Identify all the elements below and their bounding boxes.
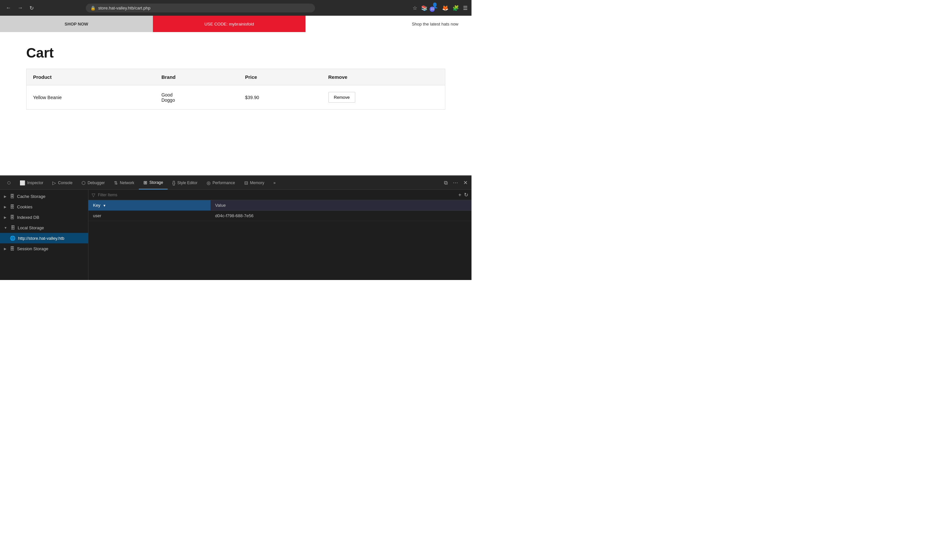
session-storage-icon: 🗄 [10,246,14,251]
cart-title: Cart [26,45,445,61]
sort-icon: ▼ [103,204,106,208]
banner-center: USE CODE: mybrainisfold [153,16,306,32]
col-product: Product [26,69,155,85]
tab-console[interactable]: ▷ Console [48,176,77,189]
console-label: Console [58,180,73,185]
browser-chrome: ← → ↻ 🔒 store.hat-valley.htb/cart.php ☆ … [0,0,471,16]
col-key[interactable]: Key ▼ [88,200,210,211]
indexed-db-label: Indexed DB [17,215,39,220]
col-price: Price [239,69,322,85]
indexed-db-arrow: ▶ [4,215,6,219]
storage-table-header: Key ▼ Value [88,200,471,211]
debugger-label: Debugger [87,180,105,185]
banner-right-text: Shop the latest hats now [412,22,458,26]
devtools: ⬡ ⬜ Inspector ▷ Console ⬡ Debugger ⇅ Net… [0,175,471,280]
devtools-sidebar: ▶ 🗄 Cache Storage ▶ 🗄 Cookies ▶ 🗄 Indexe… [0,190,88,280]
tab-memory[interactable]: ⊟ Memory [240,176,269,189]
page-content: SHOP NOW USE CODE: mybrainisfold Shop th… [0,16,471,175]
memory-label: Memory [250,180,264,185]
col-value[interactable]: Value [210,200,471,211]
cart-remove-cell: Remove [322,85,445,109]
cart-price: $39.90 [239,85,322,109]
globe-icon: 🌐 [10,235,15,241]
local-storage-arrow: ▼ [4,226,7,230]
sidebar-item-local-storage-url[interactable]: 🌐 http://store.hat-valley.htb [0,233,88,243]
cache-storage-arrow: ▶ [4,195,6,198]
star-icon[interactable]: ☆ [412,5,417,11]
refresh-storage-button[interactable]: ↻ [464,192,468,198]
refresh-button[interactable]: ↻ [28,4,36,12]
banner-right: Shop the latest hats now [306,16,471,32]
add-entry-button[interactable]: + [458,192,461,198]
col-brand: Brand [155,69,239,85]
performance-label: Performance [213,180,235,185]
dock-button[interactable]: ⧉ [443,178,449,187]
session-storage-arrow: ▶ [4,247,6,251]
local-storage-icon: 🗄 [11,225,15,230]
tab-inspector[interactable]: ⬜ Inspector [15,176,48,189]
performance-icon: ◎ [207,180,210,185]
tab-style-editor[interactable]: {} Style Editor [168,176,202,189]
key-col-label: Key [93,203,100,208]
local-storage-url-label: http://store.hat-valley.htb [18,236,64,241]
banner-left-text: SHOP NOW [65,22,88,26]
debugger-icon: ⬡ [82,180,85,185]
filter-input[interactable] [98,193,456,197]
storage-key-cell: user [88,211,210,221]
devtools-controls: ⧉ ⋯ ✕ [443,178,469,187]
storage-icon: ⊞ [144,180,147,185]
tab-devtools-icon[interactable]: ⬡ [3,176,15,189]
storage-value-cell: d04c-f798-688-7e56 [210,211,471,221]
cookies-icon: 🗄 [10,204,14,209]
storage-row: user d04c-f798-688-7e56 [88,211,471,221]
back-button[interactable]: ← [4,4,13,12]
banner-left: SHOP NOW [0,16,153,32]
cart-row: Yellow Beanie GoodDoggo $39.90 Remove [26,85,445,109]
tab-storage[interactable]: ⊞ Storage [139,176,168,189]
cart-brand: GoodDoggo [155,85,239,109]
notification-badge: 10 [430,6,435,12]
cookies-label: Cookies [17,205,32,209]
remove-button[interactable]: Remove [329,92,355,103]
cookies-arrow: ▶ [4,205,6,209]
menu-button[interactable]: ☰ [463,5,468,11]
sidebar-item-local-storage[interactable]: ▼ 🗄 Local Storage [0,222,88,233]
devtools-main: ▽ + ↻ Key ▼ [88,190,471,280]
more-icon: » [273,180,276,185]
sidebar-item-cookies[interactable]: ▶ 🗄 Cookies [0,202,88,212]
network-icon: ⇅ [114,180,118,185]
avatar-icon[interactable]: 🦊 [442,5,449,11]
filter-bar: ▽ + ↻ [88,190,471,200]
filter-actions: + ↻ [458,192,468,198]
top-banner: SHOP NOW USE CODE: mybrainisfold Shop th… [0,16,471,32]
tab-debugger[interactable]: ⬡ Debugger [77,176,110,189]
tab-more[interactable]: » [269,176,280,189]
site-main: Cart Product Brand Price Remove Yellow B… [0,32,471,175]
forward-button[interactable]: → [16,4,25,12]
sidebar-item-indexed-db[interactable]: ▶ 🗄 Indexed DB [0,212,88,222]
style-editor-icon: {} [172,180,175,185]
storage-table-container: Key ▼ Value user d04c-f798-688-7e56 [88,200,471,280]
inspector-label: Inspector [27,180,43,185]
cart-table-header: Product Brand Price Remove [26,69,445,85]
memory-icon: ⊟ [244,180,248,185]
bookmark-icon[interactable]: 📚 [421,5,428,11]
tab-performance[interactable]: ◎ Performance [202,176,240,189]
tab-network[interactable]: ⇅ Network [110,176,139,189]
devtools-body: ▶ 🗄 Cache Storage ▶ 🗄 Cookies ▶ 🗄 Indexe… [0,190,471,280]
cart-product-name: Yellow Beanie [26,85,155,109]
sidebar-item-session-storage[interactable]: ▶ 🗄 Session Storage [0,243,88,254]
inspector-icon: ⬜ [20,180,25,185]
browser-toolbar: ☆ 📚 👤 10 🦊 🧩 ☰ [412,2,468,14]
sidebar-item-cache-storage[interactable]: ▶ 🗄 Cache Storage [0,191,88,202]
network-label: Network [120,180,134,185]
session-storage-label: Session Storage [17,246,48,251]
options-button[interactable]: ⋯ [452,178,459,187]
puzzle-icon[interactable]: 🧩 [452,5,459,11]
storage-data-table: Key ▼ Value user d04c-f798-688-7e56 [88,200,471,221]
indexed-db-icon: 🗄 [10,215,14,220]
cache-storage-label: Cache Storage [17,194,46,199]
close-devtools-button[interactable]: ✕ [462,178,469,187]
banner-center-text: USE CODE: mybrainisfold [204,22,254,26]
address-bar[interactable]: 🔒 store.hat-valley.htb/cart.php [86,4,315,12]
